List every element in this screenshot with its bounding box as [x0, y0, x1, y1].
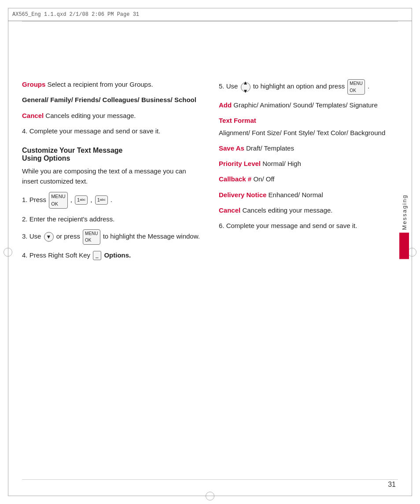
- menu-ok2-icon: MENUOK: [83, 229, 100, 245]
- step4b-section: 4. Press Right Soft Key ⎯ Options.: [22, 250, 201, 261]
- left-column: Groups Select a recipient from your Grou…: [22, 26, 201, 478]
- callback-section: Callback # On/ Off: [219, 174, 398, 184]
- key1b-icon: 1abc: [95, 195, 108, 205]
- while-section: While you are composing the text of a me…: [22, 166, 201, 187]
- sidebar-label: Messaging: [402, 195, 407, 230]
- step5-prefix: 5. Use: [219, 82, 240, 90]
- step3-prefix: 3. Use: [22, 232, 43, 240]
- cancel2-label: Cancel: [219, 206, 240, 214]
- menu-ok-icon: MENUOK: [49, 192, 67, 209]
- priority-label: Priority Level: [219, 160, 261, 167]
- divider-bottom: [22, 479, 398, 480]
- save-as-label: Save As: [219, 144, 244, 152]
- cancel2-section: Cancel Cancels editing your message.: [219, 205, 398, 215]
- sidebar-bar: [399, 233, 409, 259]
- general-section: General/ Family/ Friends/ Colleagues/ Bu…: [22, 95, 201, 105]
- callback-text: On/ Off: [253, 175, 274, 183]
- step5-section: 5. Use ▲▼ to highlight an option and pre…: [219, 79, 398, 95]
- step3-section: 3. Use ▼ or press MENUOK to highlight th…: [22, 229, 201, 245]
- groups-label: Groups: [22, 81, 45, 88]
- menu-ok3-icon: MENUOK: [347, 79, 365, 95]
- reg-mark-bottom: [206, 492, 214, 500]
- cancel-section: Cancel Cancels editing your message.: [22, 110, 201, 121]
- text-format-section: Text Format Alignment/ Font Size/ Font S…: [219, 115, 398, 138]
- delivery-label: Delivery Notice: [219, 191, 266, 199]
- page-number: 31: [388, 481, 396, 489]
- step4b-suffix: Options.: [104, 251, 131, 259]
- nav-icon: ▼: [44, 232, 54, 242]
- nav2-icon: ▲▼: [241, 82, 251, 92]
- step2-text: 2. Enter the recipient's address.: [22, 214, 201, 224]
- general-label: General/ Family/ Friends/ Colleagues/ Bu…: [22, 95, 201, 105]
- step4-section: 4. Complete your message and send or sav…: [22, 126, 201, 136]
- step6-section: 6. Complete your message and send or sav…: [219, 221, 398, 231]
- save-as-section: Save As Draft/ Templates: [219, 143, 398, 153]
- delivery-text: Enhanced/ Normal: [269, 191, 323, 199]
- step5-suffix: .: [368, 82, 369, 90]
- delivery-section: Delivery Notice Enhanced/ Normal: [219, 190, 398, 200]
- reg-mark-left: [4, 248, 12, 257]
- step1-prefix: 1. Press: [22, 196, 48, 203]
- divider-top: [22, 21, 398, 22]
- heading1: Customize Your Text Message: [22, 147, 201, 155]
- save-as-text: Draft/ Templates: [246, 144, 294, 152]
- priority-text: Normal/ High: [262, 160, 301, 167]
- groups-section: Groups Select a recipient from your Grou…: [22, 79, 201, 89]
- soft-key-icon: ⎯: [93, 251, 101, 260]
- cancel-label: Cancel: [22, 112, 44, 119]
- customize-heading: Customize Your Text Message Using Option…: [22, 147, 201, 162]
- cancel2-text: Cancels editing your message.: [242, 206, 332, 214]
- add-text: Graphic/ Animation/ Sound/ Templates/ Si…: [233, 101, 377, 109]
- right-column: 5. Use ▲▼ to highlight an option and pre…: [219, 26, 398, 478]
- text-format-label: Text Format: [219, 117, 256, 124]
- priority-section: Priority Level Normal/ High: [219, 158, 398, 169]
- content-area: Groups Select a recipient from your Grou…: [22, 26, 398, 478]
- step4-text: 4. Complete your message and send or sav…: [22, 126, 201, 136]
- sidebar-tab: Messaging: [398, 195, 410, 259]
- step1-section: 1. Press MENUOK , 1abc , 1abc .: [22, 192, 201, 209]
- callback-label: Callback #: [219, 175, 251, 183]
- step2-section: 2. Enter the recipient's address.: [22, 214, 201, 224]
- step3-suffix: to highlight the Message window.: [103, 232, 200, 240]
- header-bar: AX565_Eng 1.1.qxd 2/1/08 2:06 PM Page 31: [8, 8, 412, 21]
- while-text: While you are composing the text of a me…: [22, 166, 201, 187]
- text-format-text: Alignment/ Font Size/ Font Style/ Text C…: [219, 128, 398, 138]
- heading2: Using Options: [22, 155, 201, 162]
- step4b-prefix: 4. Press Right Soft Key: [22, 251, 92, 259]
- step6-text: 6. Complete your message and send or sav…: [219, 221, 398, 231]
- header-text: AX565_Eng 1.1.qxd 2/1/08 2:06 PM Page 31: [12, 11, 139, 18]
- cancel-text: Cancels editing your message.: [44, 112, 136, 119]
- key1-icon: 1abc: [75, 195, 88, 205]
- groups-text: Select a recipient from your Groups.: [45, 81, 153, 88]
- add-section: Add Graphic/ Animation/ Sound/ Templates…: [219, 100, 398, 110]
- step3-mid: or press: [56, 232, 82, 240]
- step5-mid: to highlight an option and press: [253, 82, 347, 90]
- add-label: Add: [219, 101, 232, 109]
